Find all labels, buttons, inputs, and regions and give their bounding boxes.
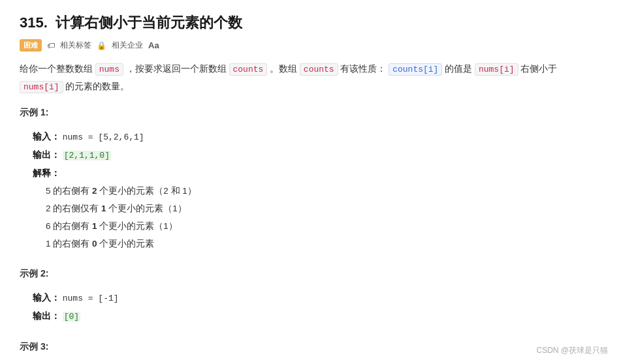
example1-input-row: 输入： nums = [5,2,6,1] [33, 128, 601, 146]
desc-element-count: 的元素的数量。 [65, 82, 129, 91]
example1-input-value: nums = [5,2,6,1] [63, 132, 144, 142]
num2: 1 [101, 204, 106, 213]
example2-output-row: 输出： [0] [33, 307, 601, 326]
example2-input-value: nums = [-1] [63, 294, 119, 303]
desc-counts-var: counts [229, 63, 268, 76]
num1: 2 [92, 186, 97, 196]
difficulty-badge[interactable]: 困难 [20, 39, 42, 52]
watermark: CSDN @茯球是只猫 [536, 345, 608, 356]
related-tags-link[interactable]: 相关标签 [60, 40, 91, 51]
example1-explain-label: 解释： [33, 164, 601, 182]
lock-icon: 🔒 [97, 41, 106, 50]
tags-row: 困难 🏷 相关标签 🔒 相关企业 Aa [20, 39, 601, 52]
example1-title: 示例 1: [20, 107, 601, 119]
example2-title: 示例 2: [20, 268, 601, 280]
example2-input-label: 输入： [33, 293, 60, 303]
page-title: 315. 计算右侧小于当前元素的个数 [20, 13, 601, 33]
example2-output-label: 输出： [33, 311, 60, 321]
desc-nums-i: nums[i] [475, 63, 518, 76]
desc-nums-i2: nums[i] [20, 81, 63, 93]
font-icon[interactable]: Aa [148, 40, 159, 50]
example1-output-value: [2,1,1,0] [63, 151, 111, 160]
example1-explain-line3: 6 的右侧有 1 个更小的元素（1） [33, 217, 601, 235]
tag-icon: 🏷 [47, 41, 55, 50]
example1-explain-line1: 5 的右侧有 2 个更小的元素（2 和 1） [33, 182, 601, 200]
desc-comma: ，按要求返回一个新数组 [126, 64, 227, 74]
description: 给你一个整数数组 nums ，按要求返回一个新数组 counts 。数组 cou… [20, 61, 601, 95]
desc-val-is: 的值是 [445, 64, 472, 74]
example1-explain-line4: 1 的右侧有 0 个更小的元素 [33, 235, 601, 252]
example3-content: 输入： nums = [-1,-1] 输出： [0,0] [20, 358, 601, 364]
desc-intro: 给你一个整数数组 [20, 64, 93, 74]
example2-block: 示例 2: 输入： nums = [-1] 输出： [0] [20, 268, 601, 329]
example1-input-label: 输入： [33, 132, 60, 142]
related-company-link[interactable]: 相关企业 [112, 40, 143, 51]
title-text: 计算右侧小于当前元素的个数 [56, 14, 242, 31]
desc-nums-var: nums [95, 63, 123, 76]
desc-counts-var2: counts [300, 63, 338, 76]
title-number: 315. [20, 14, 48, 31]
desc-has-property: 有该性质： [340, 64, 386, 74]
desc-right-less: 右侧小于 [520, 64, 557, 74]
example1-content: 输入： nums = [5,2,6,1] 输出： [2,1,1,0] 解释： 5… [20, 124, 601, 256]
example1-output-label: 输出： [33, 150, 60, 160]
example3-title: 示例 3: [20, 341, 601, 353]
example2-input-row: 输入： nums = [-1] [33, 289, 601, 307]
desc-counts-i: counts[i] [389, 63, 442, 76]
example1-explain-line2: 2 的右侧仅有 1 个更小的元素（1） [33, 200, 601, 217]
num3: 1 [92, 221, 97, 231]
example3-block: 示例 3: 输入： nums = [-1,-1] 输出： [0,0] [20, 341, 601, 364]
example2-content: 输入： nums = [-1] 输出： [0] [20, 285, 601, 329]
example1-block: 示例 1: 输入： nums = [5,2,6,1] 输出： [2,1,1,0]… [20, 107, 601, 256]
desc-dot: 。数组 [270, 64, 297, 74]
num4: 0 [92, 239, 97, 249]
example1-output-row: 输出： [2,1,1,0] [33, 146, 601, 164]
example2-output-value: [0] [63, 312, 80, 322]
